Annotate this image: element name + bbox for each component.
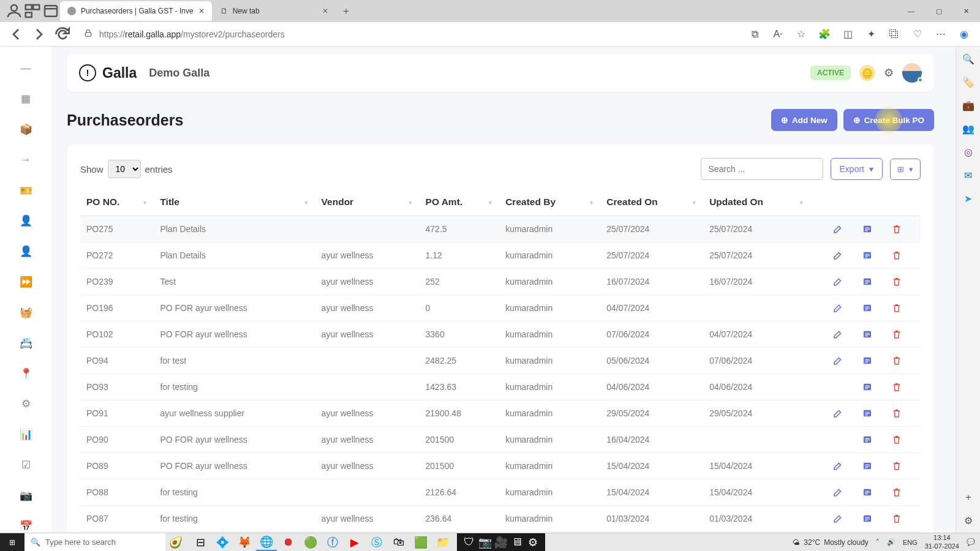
split-screen-icon[interactable]: ◫ <box>838 24 858 44</box>
edit-icon[interactable] <box>832 329 843 340</box>
products-icon[interactable]: 📦 <box>19 123 32 137</box>
column-header[interactable]: PO Amt.♦ <box>420 189 500 216</box>
video-icon[interactable]: 🎥 <box>494 533 508 551</box>
shield-icon[interactable]: 🛡 <box>462 533 477 551</box>
record-icon[interactable]: ⏺ <box>278 533 299 551</box>
report-icon[interactable]: 📊 <box>19 428 32 441</box>
check-icon[interactable]: ☑ <box>19 459 32 472</box>
column-header[interactable]: Created By♦ <box>499 189 600 216</box>
new-tab-button[interactable]: ＋ <box>337 2 355 20</box>
settings-icon[interactable]: ⚙ <box>962 514 974 527</box>
add-icon[interactable]: ＋ <box>962 491 974 503</box>
column-header[interactable]: Updated On♦ <box>703 189 810 216</box>
close-tab-icon[interactable]: ✕ <box>322 7 328 15</box>
transfer-icon[interactable]: → <box>19 153 32 167</box>
dashboard-icon[interactable]: ▦ <box>19 92 32 106</box>
chrome-icon[interactable]: 🟢 <box>300 533 321 551</box>
camera-tb-icon[interactable]: 📷 <box>478 533 492 551</box>
edit-icon[interactable] <box>832 408 843 419</box>
basket-icon[interactable]: 🧺 <box>19 306 32 320</box>
edit-icon[interactable] <box>832 302 843 313</box>
workspaces-icon[interactable] <box>23 2 42 20</box>
settings-button[interactable]: ⚙ <box>884 66 894 80</box>
firefox-icon[interactable]: 🦊 <box>234 533 255 551</box>
start-button[interactable]: ⊞ <box>0 533 24 551</box>
view-icon[interactable] <box>862 460 873 471</box>
export-button[interactable]: Export ▾ <box>831 158 883 180</box>
delete-icon[interactable] <box>891 250 902 261</box>
collections-icon[interactable]: ⿻ <box>884 24 904 44</box>
calendar-icon[interactable]: 📅 <box>19 519 32 533</box>
column-header[interactable]: Title♦ <box>154 189 315 216</box>
delete-icon[interactable] <box>891 487 902 498</box>
skype-icon[interactable]: Ⓢ <box>366 533 387 551</box>
open-external-icon[interactable]: ⧉ <box>745 24 764 44</box>
view-icon[interactable] <box>862 276 873 287</box>
people-icon[interactable]: 👥 <box>962 122 974 135</box>
column-header[interactable]: PO NO.♦ <box>80 189 154 216</box>
view-icon[interactable] <box>862 434 873 445</box>
view-icon[interactable] <box>862 408 873 419</box>
outlook-icon[interactable]: ✉ <box>962 169 974 181</box>
column-header[interactable]: Vendor♦ <box>315 189 420 216</box>
search-input[interactable] <box>701 158 823 180</box>
avatar[interactable] <box>902 63 922 83</box>
view-icon[interactable] <box>862 381 873 392</box>
delete-icon[interactable] <box>891 223 902 234</box>
view-icon[interactable] <box>862 487 873 498</box>
tray-chevron-icon[interactable]: ˄ <box>876 538 880 546</box>
shopping-icon[interactable]: 🏷️ <box>962 76 974 88</box>
favorite-icon[interactable]: ☆ <box>791 24 811 44</box>
close-tab-icon[interactable]: ✕ <box>198 7 205 15</box>
task-view-icon[interactable]: ⊟ <box>190 533 211 551</box>
send-icon[interactable]: ➤ <box>962 192 974 204</box>
store-icon[interactable]: 🛍 <box>388 533 409 551</box>
delete-icon[interactable] <box>891 355 902 366</box>
delete-icon[interactable] <box>891 434 902 445</box>
view-icon[interactable] <box>862 302 873 313</box>
camera-icon[interactable]: 📷 <box>19 489 32 502</box>
user-icon[interactable]: 👤 <box>19 214 32 228</box>
read-aloud-icon[interactable]: A» <box>768 24 788 44</box>
copilot-tb-icon[interactable]: 💠 <box>212 533 233 551</box>
view-icon[interactable] <box>862 513 873 524</box>
minimize-button[interactable]: — <box>897 1 925 21</box>
more-icon[interactable]: ⋯ <box>931 24 951 44</box>
delete-icon[interactable] <box>891 513 902 524</box>
close-window-button[interactable]: ✕ <box>952 1 980 21</box>
edit-icon[interactable] <box>832 355 843 366</box>
user-alt-icon[interactable]: 👤 <box>19 245 32 258</box>
columns-button[interactable]: ⊞ ▾ <box>890 159 921 180</box>
edit-icon[interactable] <box>832 276 843 287</box>
url-bar[interactable]: https://retail.galla.app/mystorev2/purch… <box>76 28 741 40</box>
guava-icon[interactable]: 🥑 <box>165 533 186 551</box>
delete-icon[interactable] <box>891 329 902 340</box>
delete-icon[interactable] <box>891 381 902 392</box>
browser-tab-newtab[interactable]: 🗋 New tab ✕ <box>213 1 336 21</box>
browser-essentials-icon[interactable]: ♡ <box>908 24 927 44</box>
location-icon[interactable]: 📍 <box>19 367 32 380</box>
back-button[interactable] <box>6 24 26 44</box>
youtube-icon[interactable]: ▶ <box>344 533 365 551</box>
view-icon[interactable] <box>862 355 873 366</box>
delete-icon[interactable] <box>891 276 902 287</box>
profile-icon[interactable] <box>5 2 23 20</box>
tools-icon[interactable]: 💼 <box>962 99 974 111</box>
refresh-button[interactable] <box>53 24 72 44</box>
column-header[interactable]: Created On♦ <box>600 189 703 216</box>
ticket-icon[interactable]: 🎫 <box>19 184 32 197</box>
weather-widget[interactable]: 🌤 32°C Mostly cloudy <box>793 538 869 547</box>
facebook-icon[interactable]: ⓕ <box>322 533 343 551</box>
copilot-icon[interactable]: ◉ <box>954 24 974 44</box>
edit-icon[interactable] <box>832 487 843 498</box>
delete-icon[interactable] <box>891 302 902 313</box>
create-bulk-po-button[interactable]: ⊕ Create Bulk PO <box>843 109 934 131</box>
menu-icon[interactable]: — <box>19 62 32 75</box>
delete-icon[interactable] <box>891 408 902 419</box>
forward-button[interactable] <box>29 24 49 44</box>
page-size-select[interactable]: 10 <box>108 160 141 178</box>
volume-icon[interactable]: 🔊 <box>887 538 895 546</box>
language-indicator[interactable]: ENG <box>903 539 918 546</box>
taskbar-search[interactable]: 🔍 Type here to search <box>24 533 165 551</box>
view-icon[interactable] <box>862 329 873 340</box>
